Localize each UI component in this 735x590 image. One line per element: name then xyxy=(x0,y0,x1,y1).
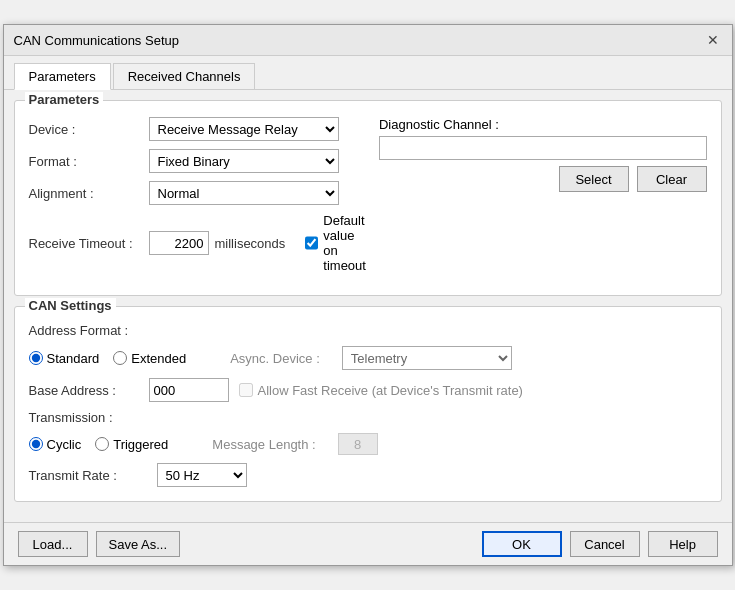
parameters-group: Parameters Device : Receive Message Rela… xyxy=(14,100,722,296)
format-row: Format : Fixed Binary xyxy=(29,149,369,173)
footer-left-buttons: Load... Save As... xyxy=(18,531,181,557)
ok-button[interactable]: OK xyxy=(482,531,562,557)
cyclic-radio-label: Cyclic xyxy=(29,437,82,452)
can-settings-inner: Address Format : Standard Extended Async… xyxy=(29,323,707,487)
dialog-title: CAN Communications Setup xyxy=(14,33,179,48)
tab-received-channels[interactable]: Received Channels xyxy=(113,63,256,90)
dialog-footer: Load... Save As... OK Cancel Help xyxy=(4,522,732,565)
help-button[interactable]: Help xyxy=(648,531,718,557)
format-dropdown[interactable]: Fixed Binary xyxy=(149,149,339,173)
standard-radio-label: Standard xyxy=(29,351,100,366)
device-dropdown[interactable]: Receive Message Relay xyxy=(149,117,339,141)
transmit-rate-row: Transmit Rate : 50 Hz xyxy=(29,463,707,487)
title-bar: CAN Communications Setup ✕ xyxy=(4,25,732,56)
device-label: Device : xyxy=(29,122,149,137)
transmit-rate-dropdown[interactable]: 50 Hz xyxy=(157,463,247,487)
diagnostic-channel-label: Diagnostic Channel : xyxy=(379,117,707,132)
transmission-label-row: Transmission : xyxy=(29,410,707,425)
base-address-label: Base Address : xyxy=(29,383,149,398)
receive-timeout-label: Receive Timeout : xyxy=(29,236,149,251)
extended-radio[interactable] xyxy=(113,351,127,365)
address-format-row: Address Format : xyxy=(29,323,707,338)
close-button[interactable]: ✕ xyxy=(704,31,722,49)
triggered-radio[interactable] xyxy=(95,437,109,451)
alignment-label: Alignment : xyxy=(29,186,149,201)
diagnostic-channel-input[interactable] xyxy=(379,136,707,160)
left-params: Device : Receive Message Relay Format : … xyxy=(29,117,369,281)
transmission-radios: Cyclic Triggered Message Length : 8 xyxy=(29,433,707,455)
message-length-label: Message Length : xyxy=(212,437,315,452)
cyclic-radio[interactable] xyxy=(29,437,43,451)
message-length-value: 8 xyxy=(338,433,378,455)
device-row: Device : Receive Message Relay xyxy=(29,117,369,141)
standard-radio[interactable] xyxy=(29,351,43,365)
base-address-input[interactable] xyxy=(149,378,229,402)
footer-right-buttons: OK Cancel Help xyxy=(482,531,718,557)
receive-timeout-row: Receive Timeout : milliseconds Default v… xyxy=(29,213,369,273)
alignment-row: Alignment : Normal xyxy=(29,181,369,205)
allow-fast-receive-checkbox[interactable] xyxy=(239,383,253,397)
timeout-inputs: milliseconds Default value on timeout xyxy=(149,213,369,273)
cancel-button[interactable]: Cancel xyxy=(570,531,640,557)
can-settings-title: CAN Settings xyxy=(25,298,116,313)
triggered-radio-label: Triggered xyxy=(95,437,168,452)
main-content: Parameters Device : Receive Message Rela… xyxy=(4,90,732,522)
select-button[interactable]: Select xyxy=(559,166,629,192)
alignment-dropdown[interactable]: Normal xyxy=(149,181,339,205)
parameters-group-title: Parameters xyxy=(25,92,104,107)
transmission-label: Transmission : xyxy=(29,410,149,425)
receive-timeout-input[interactable] xyxy=(149,231,209,255)
base-address-row: Base Address : Allow Fast Receive (at De… xyxy=(29,378,707,402)
clear-button[interactable]: Clear xyxy=(637,166,707,192)
address-format-radios: Standard Extended Async. Device : Teleme… xyxy=(29,346,707,370)
async-device-dropdown[interactable]: Telemetry xyxy=(342,346,512,370)
transmit-rate-label: Transmit Rate : xyxy=(29,468,149,483)
parameters-group-inner: Device : Receive Message Relay Format : … xyxy=(29,117,707,281)
allow-fast-receive-label: Allow Fast Receive (at Device's Transmit… xyxy=(239,383,523,398)
format-label: Format : xyxy=(29,154,149,169)
milliseconds-label: milliseconds xyxy=(215,236,286,251)
default-timeout-label: Default value on timeout xyxy=(305,213,369,273)
can-settings-group: CAN Settings Address Format : Standard E… xyxy=(14,306,722,502)
extended-radio-label: Extended xyxy=(113,351,186,366)
save-as-button[interactable]: Save As... xyxy=(96,531,181,557)
device-diagnostic-row: Device : Receive Message Relay Format : … xyxy=(29,117,707,281)
address-format-label: Address Format : xyxy=(29,323,149,338)
tab-parameters[interactable]: Parameters xyxy=(14,63,111,90)
tab-bar: Parameters Received Channels xyxy=(4,56,732,90)
diagnostic-buttons: Select Clear xyxy=(379,166,707,192)
main-dialog: CAN Communications Setup ✕ Parameters Re… xyxy=(3,24,733,566)
load-button[interactable]: Load... xyxy=(18,531,88,557)
default-timeout-checkbox[interactable] xyxy=(305,235,318,251)
async-device-label: Async. Device : xyxy=(230,351,320,366)
diagnostic-section: Diagnostic Channel : Select Clear xyxy=(379,117,707,281)
